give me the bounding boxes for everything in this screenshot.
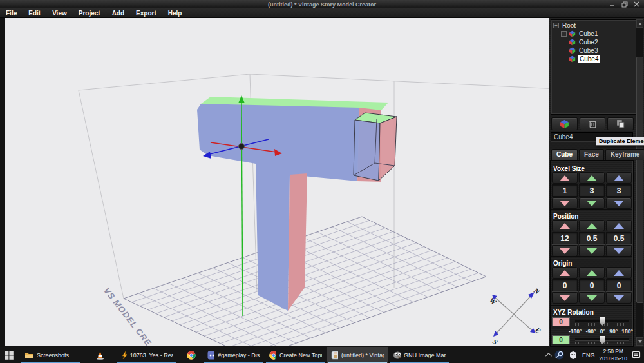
rotation-y-slider[interactable]: [575, 336, 629, 345]
value-y[interactable]: 0: [579, 279, 605, 291]
scroll-up-button[interactable]: [636, 19, 643, 28]
panel-scrollbar[interactable]: [636, 19, 643, 346]
increase-y-button[interactable]: [579, 267, 605, 279]
increase-x-button[interactable]: [552, 267, 578, 279]
duplicate-element-button[interactable]: [607, 117, 634, 130]
rotation-scale: -180°-90°0°90°180°: [569, 328, 633, 335]
gimp-icon: [393, 351, 401, 359]
menu-edit[interactable]: Edit: [23, 10, 46, 17]
increase-z-button[interactable]: [606, 172, 632, 184]
winamp-icon: [120, 351, 127, 360]
compass: N W S E: [488, 286, 542, 346]
separator: [551, 256, 632, 257]
tab-bar: CubeFaceKeyframeP: [551, 149, 644, 160]
menu-export[interactable]: Export: [130, 10, 162, 17]
duplicate-icon: [616, 119, 625, 128]
down-arrow-icon: [560, 201, 570, 206]
taskbar-item-folder[interactable]: Screenshots: [21, 347, 81, 363]
taskbar-item-vlc[interactable]: [91, 347, 109, 363]
tree-item-cube3[interactable]: Cube3: [553, 46, 638, 55]
expander-icon[interactable]: −: [561, 31, 567, 37]
rotation-y-value[interactable]: 0: [552, 335, 570, 344]
taskbar-item-label: GNU Image Manip...: [404, 352, 446, 358]
value-y[interactable]: 0.5: [579, 232, 605, 244]
down-arrow-icon: [614, 248, 624, 254]
element-toolbar: [551, 117, 634, 130]
decrease-x-button[interactable]: [552, 292, 578, 304]
tray-app-icon-2[interactable]: [569, 351, 578, 360]
tab-cube[interactable]: Cube: [551, 149, 578, 160]
taskbar-item-winamp[interactable]: 10763. Yes - Real Lo...: [117, 347, 177, 363]
model-cube4-selected[interactable]: [354, 113, 397, 181]
windows-logo-icon: [5, 351, 14, 360]
scroll-down-button[interactable]: [636, 337, 643, 346]
tab-face[interactable]: Face: [579, 149, 604, 160]
taskbar-item-discord[interactable]: #gameplay - Discord: [204, 347, 264, 363]
tab-keyframe[interactable]: Keyframe: [605, 149, 644, 160]
tree-item-cube1[interactable]: −Cube1: [553, 30, 638, 38]
delete-element-button[interactable]: [580, 117, 606, 130]
tree-item-cube2[interactable]: Cube2: [553, 38, 638, 46]
value-x[interactable]: 0: [552, 279, 578, 291]
decrease-z-button[interactable]: [606, 292, 632, 304]
add-cube-button[interactable]: [551, 117, 578, 130]
action-center-icon[interactable]: [632, 351, 641, 360]
close-button[interactable]: [633, 1, 640, 8]
decrease-y-button[interactable]: [579, 197, 605, 209]
taskbar-item-vsmc[interactable]: (untitled) * Vintage ...: [327, 347, 388, 363]
increase-z-button[interactable]: [606, 220, 632, 231]
taskbar-item-gimp[interactable]: GNU Image Manip...: [389, 347, 450, 363]
increase-x-button[interactable]: [552, 172, 578, 184]
3d-viewport[interactable]: N W S E VS MODEL CREATOR: [5, 18, 549, 346]
menu-file[interactable]: File: [0, 10, 23, 17]
up-arrow-icon: [614, 270, 624, 276]
increase-x-button[interactable]: [552, 220, 578, 231]
increase-y-button[interactable]: [579, 220, 605, 231]
rotation-x-value[interactable]: 0: [552, 317, 570, 326]
rotation-x-slider[interactable]: [575, 317, 629, 326]
taskbar-item-chrome[interactable]: [182, 347, 200, 363]
tree-item-label: Cube3: [578, 47, 599, 54]
tree-item-cube4[interactable]: Cube4: [553, 55, 638, 63]
expander-icon[interactable]: −: [553, 23, 559, 28]
minimize-button[interactable]: [609, 1, 616, 8]
element-tree[interactable]: −Root−Cube1Cube2Cube3Cube4: [551, 19, 638, 115]
language-indicator[interactable]: ENG: [582, 352, 595, 358]
compass-e: E: [533, 326, 542, 335]
decrease-y-button[interactable]: [579, 245, 605, 257]
menu-project[interactable]: Project: [73, 10, 106, 17]
clock-date: 2018-05-10: [600, 355, 627, 362]
increase-z-button[interactable]: [606, 267, 632, 279]
menu-help[interactable]: Help: [162, 10, 188, 17]
discord-icon: [207, 351, 214, 360]
value-z[interactable]: 0.5: [606, 232, 632, 244]
decrease-z-button[interactable]: [606, 245, 632, 257]
up-arrow-icon: [587, 270, 597, 276]
start-button[interactable]: [0, 347, 18, 363]
value-z[interactable]: 3: [606, 184, 632, 197]
scale-tick-label: -180°: [569, 328, 582, 335]
decrease-z-button[interactable]: [606, 197, 632, 209]
value-x[interactable]: 12: [552, 232, 578, 244]
tray-expand-chevron-icon[interactable]: [545, 353, 552, 359]
decrease-y-button[interactable]: [579, 292, 605, 304]
chrome-icon: [269, 351, 276, 360]
increase-y-button[interactable]: [579, 172, 605, 184]
menu-view[interactable]: View: [46, 10, 73, 17]
up-arrow-icon: [587, 223, 597, 229]
taskbar-item-chrome[interactable]: Create New Topic -...: [265, 347, 326, 363]
decrease-x-button[interactable]: [552, 245, 578, 257]
vintage-story-icon: [331, 351, 338, 360]
value-y[interactable]: 3: [579, 184, 605, 197]
value-x[interactable]: 1: [552, 184, 578, 197]
tray-app-icon-1[interactable]: [554, 350, 564, 360]
tree-item-root[interactable]: −Root: [553, 21, 638, 30]
gizmo-origin[interactable]: [239, 144, 245, 150]
scale-tick-label: 0°: [600, 328, 605, 335]
clock[interactable]: 2:50 PM 2018-05-10: [600, 348, 627, 362]
decrease-x-button[interactable]: [552, 197, 578, 209]
restore-button[interactable]: [621, 1, 628, 8]
value-z[interactable]: 0: [606, 279, 632, 291]
menu-add[interactable]: Add: [106, 10, 130, 17]
scroll-thumb[interactable]: [636, 57, 643, 303]
